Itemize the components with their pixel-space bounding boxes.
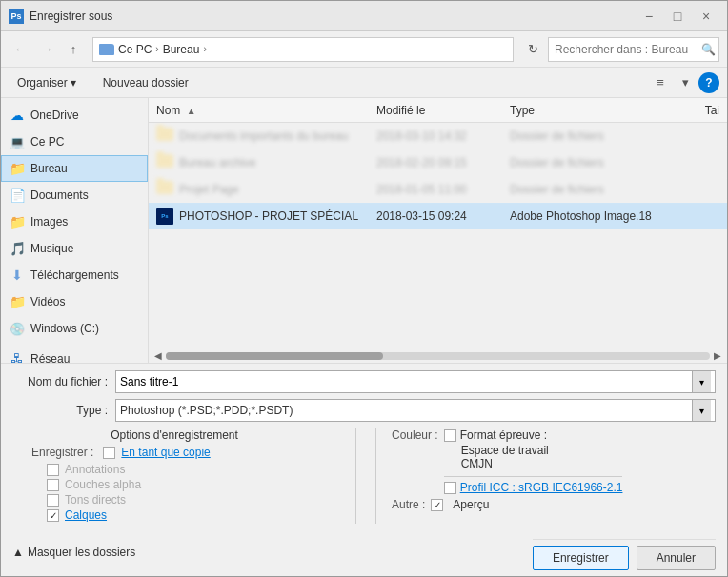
back-icon: ← bbox=[14, 42, 27, 56]
calques-label[interactable]: Calques bbox=[65, 508, 107, 522]
organiser-button[interactable]: Organiser ▾ bbox=[9, 72, 85, 93]
tons-directs-checkbox[interactable] bbox=[47, 494, 59, 507]
dialog-window: Ps Enregistrer sous − □ × ← → ↑ Ce PC › … bbox=[0, 0, 728, 577]
options-right: Couleur : Format épreuve : Espace de tra… bbox=[375, 428, 716, 524]
scroll-right-button[interactable]: ▶ bbox=[710, 348, 725, 364]
sidebar-item-reseau[interactable]: 🖧 Réseau bbox=[1, 346, 148, 363]
table-row[interactable]: Bureau archive 2018-02-20 09:15 Dossier … bbox=[149, 149, 727, 176]
annotations-checkbox[interactable] bbox=[47, 464, 59, 476]
col-date-header[interactable]: Modifié le bbox=[376, 104, 510, 117]
breadcrumb-bar[interactable]: Ce PC › Bureau › bbox=[92, 37, 514, 62]
type-dropdown-arrow[interactable]: ▾ bbox=[692, 400, 711, 421]
type-row: Type : Photoshop (*.PSD;*.PDD;*.PSDT) ▾ bbox=[12, 398, 716, 423]
sidebar-item-onedrive[interactable]: ☁ OneDrive bbox=[1, 102, 148, 129]
action-buttons: Enregistrer Annuler bbox=[533, 539, 716, 570]
minimize-button[interactable]: − bbox=[636, 6, 662, 27]
col-size-header[interactable]: Tai bbox=[662, 104, 719, 117]
breadcrumb-pc: Ce PC bbox=[118, 43, 152, 56]
breadcrumb-location: Bureau bbox=[163, 43, 200, 56]
action-toolbar: Organiser ▾ Nouveau dossier ≡ ▾ ? bbox=[1, 68, 727, 98]
profil-icc-label[interactable]: Profil ICC : sRGB IEC61966-2.1 bbox=[460, 481, 623, 494]
sidebar-item-telechargements[interactable]: ⬇ Téléchargements bbox=[1, 262, 148, 288]
organiser-arrow: ▾ bbox=[71, 76, 76, 90]
sidebar-item-documents[interactable]: 📄 Documents bbox=[1, 182, 148, 209]
filename-row: Nom du fichier : ▾ bbox=[12, 369, 716, 394]
help-button[interactable]: ? bbox=[698, 72, 719, 93]
enregistrer-button[interactable]: Enregistrer bbox=[533, 546, 629, 570]
annotations-label: Annotations bbox=[65, 463, 125, 476]
couches-alpha-row: Couches alpha bbox=[12, 478, 336, 491]
bottom-bar: ▲ Masquer les dossiers Enregistrer Annul… bbox=[12, 529, 716, 570]
documents-icon: 📄 bbox=[10, 188, 25, 203]
table-row-psd[interactable]: Ps PHOTOSHOP - PROJET SPÉCIAL 2018-03-15… bbox=[149, 203, 727, 229]
copie-label[interactable]: En tant que copie bbox=[121, 446, 210, 459]
view-arrow-button[interactable]: ▾ bbox=[674, 71, 697, 94]
back-button[interactable]: ← bbox=[9, 38, 31, 61]
nouveau-dossier-label: Nouveau dossier bbox=[103, 76, 189, 90]
sidebar-item-images[interactable]: 📁 Images bbox=[1, 209, 148, 235]
videos-icon: 📁 bbox=[10, 294, 25, 309]
table-row[interactable]: Documents importants du bureau 2018-03-1… bbox=[149, 123, 727, 149]
file-list-scroll[interactable]: Documents importants du bureau 2018-03-1… bbox=[149, 123, 727, 348]
filename-input[interactable] bbox=[120, 375, 692, 388]
sidebar-item-musique[interactable]: 🎵 Musique bbox=[1, 235, 148, 262]
file-date: 2018-02-20 09:15 bbox=[376, 156, 510, 169]
file-type: Dossier de fichiers bbox=[510, 129, 662, 143]
horizontal-scrollbar[interactable]: ◀ ▶ bbox=[149, 348, 727, 363]
onedrive-icon: ☁ bbox=[10, 108, 25, 123]
up-button[interactable]: ↑ bbox=[62, 38, 85, 61]
sidebar-label-ce-pc: Ce PC bbox=[30, 135, 64, 149]
options-left: Options d'enregistrement Enregistrer : E… bbox=[12, 428, 336, 524]
nouveau-dossier-button[interactable]: Nouveau dossier bbox=[92, 72, 199, 93]
annuler-button[interactable]: Annuler bbox=[637, 546, 716, 570]
file-type: Dossier de fichiers bbox=[510, 183, 662, 196]
col-size-label: Tai bbox=[705, 104, 719, 117]
sidebar-item-windows[interactable]: 💿 Windows (C:) bbox=[1, 315, 148, 342]
file-name: Projet Page bbox=[179, 183, 376, 196]
couleur-label: Couleur : bbox=[392, 428, 438, 442]
couleur-divider bbox=[444, 476, 623, 477]
apercu-label: Aperçu bbox=[453, 498, 489, 511]
autre-row: Autre : Aperçu bbox=[392, 498, 716, 511]
sidebar-item-bureau[interactable]: 📁 Bureau bbox=[1, 155, 148, 182]
format-epreuve-checkbox[interactable] bbox=[444, 429, 456, 442]
filename-dropdown-arrow[interactable]: ▾ bbox=[692, 371, 711, 392]
file-area: Nom ▲ Modifié le Type Tai bbox=[149, 98, 727, 363]
couleur-row: Couleur : Format épreuve : Espace de tra… bbox=[392, 428, 716, 494]
file-type: Dossier de fichiers bbox=[510, 156, 662, 169]
refresh-button[interactable]: ↻ bbox=[521, 38, 544, 61]
search-input[interactable] bbox=[555, 43, 698, 56]
view-icon: ≡ bbox=[657, 75, 664, 90]
profil-icc-checkbox[interactable] bbox=[444, 482, 456, 494]
col-type-header[interactable]: Type bbox=[510, 104, 662, 117]
scroll-left-button[interactable]: ◀ bbox=[151, 348, 166, 364]
psd-file-date: 2018-03-15 09:24 bbox=[376, 209, 510, 223]
scrollbar-track[interactable] bbox=[166, 352, 710, 360]
sidebar-item-ce-pc[interactable]: 💻 Ce PC bbox=[1, 129, 148, 155]
file-icon-folder2 bbox=[156, 154, 173, 171]
couches-alpha-checkbox[interactable] bbox=[47, 479, 59, 491]
calques-checkbox[interactable] bbox=[47, 509, 59, 522]
espace-travail: Espace de travail bbox=[444, 444, 623, 457]
masquer-dossiers-button[interactable]: ▲ Masquer les dossiers bbox=[12, 542, 135, 563]
close-button[interactable]: × bbox=[693, 6, 719, 27]
sidebar-label-telechargements: Téléchargements bbox=[30, 269, 119, 282]
apercu-checkbox[interactable] bbox=[431, 499, 443, 511]
breadcrumb-sep2: › bbox=[203, 44, 206, 54]
format-epreuve-label: Format épreuve : bbox=[460, 428, 547, 442]
annotations-row: Annotations bbox=[12, 463, 336, 476]
col-name-header[interactable]: Nom ▲ bbox=[156, 104, 376, 117]
table-row[interactable]: Projet Page 2018-01-05 11:00 Dossier de … bbox=[149, 176, 727, 203]
maximize-button[interactable]: □ bbox=[664, 6, 691, 27]
forward-button[interactable]: → bbox=[35, 38, 58, 61]
view-button[interactable]: ≡ bbox=[649, 71, 672, 94]
col-name-label: Nom bbox=[156, 104, 180, 117]
titlebar-buttons: − □ × bbox=[636, 6, 719, 27]
copie-checkbox[interactable] bbox=[103, 447, 115, 459]
view-buttons: ≡ ▾ ? bbox=[649, 71, 719, 94]
windows-icon: 💿 bbox=[10, 321, 25, 336]
couches-alpha-label: Couches alpha bbox=[65, 478, 141, 491]
sidebar-item-videos[interactable]: 📁 Vidéos bbox=[1, 288, 148, 315]
sidebar-label-images: Images bbox=[30, 215, 68, 229]
type-select[interactable]: Photoshop (*.PSD;*.PDD;*.PSDT) ▾ bbox=[115, 399, 716, 422]
